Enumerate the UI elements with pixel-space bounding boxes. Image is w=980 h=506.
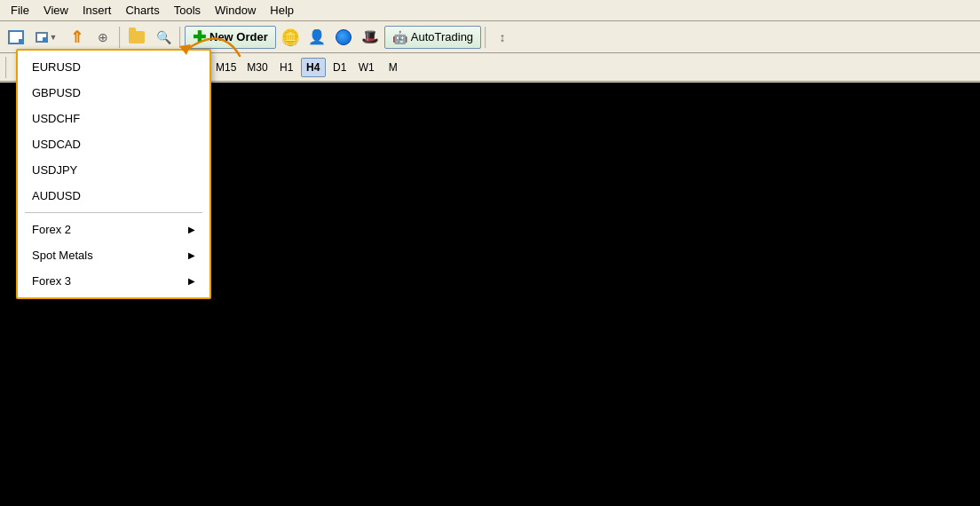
gold-icon-button[interactable]: 🪙 bbox=[278, 26, 303, 49]
submenu-arrow-forex3: ▶ bbox=[188, 276, 195, 286]
pair-usdcad[interactable]: USDCAD bbox=[18, 131, 209, 157]
pair-usdchf[interactable]: USDCHF bbox=[18, 106, 209, 131]
person-icon: 👤 bbox=[308, 28, 326, 45]
tf-d1[interactable]: D1 bbox=[328, 58, 352, 77]
folder-icon bbox=[129, 31, 145, 43]
pair-gbpusd[interactable]: GBPUSD bbox=[18, 80, 209, 106]
submenu-spot-metals[interactable]: Spot Metals ▶ bbox=[18, 242, 209, 268]
globe-icon bbox=[336, 29, 352, 45]
hat-icon: 🎩 bbox=[361, 28, 379, 45]
charts-dropdown-menu: EURUSD GBPUSD USDCHF USDCAD USDJPY AUDUS… bbox=[16, 49, 211, 299]
new-chart-icon bbox=[8, 30, 24, 44]
magnify-icon: 🔍 bbox=[156, 30, 171, 44]
menu-bar: File View Insert Charts Tools Window Hel… bbox=[0, 0, 980, 21]
autotrading-label: AutoTrading bbox=[411, 30, 473, 43]
new-chart-button[interactable] bbox=[4, 26, 28, 49]
menu-file[interactable]: File bbox=[4, 2, 36, 19]
new-order-button[interactable]: ✚ New Order bbox=[185, 26, 276, 49]
scale-icon: ↕ bbox=[500, 30, 506, 44]
green-arrow-button[interactable]: ⇑ bbox=[64, 26, 89, 49]
menu-help[interactable]: Help bbox=[263, 2, 301, 19]
pair-audusd[interactable]: AUDUSD bbox=[18, 183, 209, 209]
separator-2 bbox=[179, 27, 181, 48]
submenu-arrow-forex2: ▶ bbox=[188, 225, 195, 234]
menu-separator-1 bbox=[25, 212, 202, 213]
menu-window[interactable]: Window bbox=[208, 2, 263, 19]
pair-eurusd[interactable]: EURUSD bbox=[18, 54, 209, 80]
submenu-arrow-spot-metals: ▶ bbox=[188, 250, 195, 260]
search-button[interactable]: 🔍 bbox=[151, 26, 176, 49]
chart-scale-button[interactable]: ↕ bbox=[490, 26, 515, 49]
menu-tools[interactable]: Tools bbox=[167, 2, 208, 19]
menu-view[interactable]: View bbox=[36, 2, 75, 19]
autotrading-button[interactable]: 🤖 AutoTrading bbox=[384, 26, 481, 49]
pair-usdjpy[interactable]: USDJPY bbox=[18, 157, 209, 183]
tf-h1[interactable]: H1 bbox=[274, 58, 299, 77]
folder-button[interactable] bbox=[124, 26, 149, 49]
autotrading-icon: 🤖 bbox=[392, 30, 407, 44]
green-arrow-icon: ⇑ bbox=[70, 29, 83, 45]
coin-icon: 🪙 bbox=[281, 28, 300, 47]
person-icon-button[interactable]: 👤 bbox=[304, 26, 329, 49]
menu-insert[interactable]: Insert bbox=[75, 2, 119, 19]
new-order-label: New Order bbox=[209, 30, 268, 43]
tf-h4[interactable]: H4 bbox=[301, 58, 326, 77]
tf-w1[interactable]: W1 bbox=[354, 58, 379, 77]
new-order-plus-icon: ✚ bbox=[193, 29, 206, 45]
red-icon-button[interactable]: 🎩 bbox=[358, 26, 383, 49]
menu-charts[interactable]: Charts bbox=[118, 2, 166, 19]
submenu-forex3[interactable]: Forex 3 ▶ bbox=[18, 268, 209, 294]
separator-3 bbox=[485, 27, 486, 48]
toolbar-btn-2[interactable]: ▼ bbox=[30, 26, 62, 49]
tf-m30[interactable]: M30 bbox=[242, 58, 272, 77]
crosshair-icon: ⊕ bbox=[98, 30, 108, 44]
chart-icon-2 bbox=[36, 32, 48, 43]
globe-button[interactable] bbox=[331, 26, 356, 49]
submenu-forex2[interactable]: Forex 2 ▶ bbox=[18, 217, 209, 242]
separator-1 bbox=[119, 27, 121, 48]
tf-mn[interactable]: M bbox=[381, 58, 406, 77]
tf-m15[interactable]: M15 bbox=[211, 58, 241, 77]
separator-t1 bbox=[5, 57, 7, 78]
crosshair-button[interactable]: ⊕ bbox=[91, 26, 115, 49]
dropdown-arrow-small: ▼ bbox=[50, 33, 58, 42]
